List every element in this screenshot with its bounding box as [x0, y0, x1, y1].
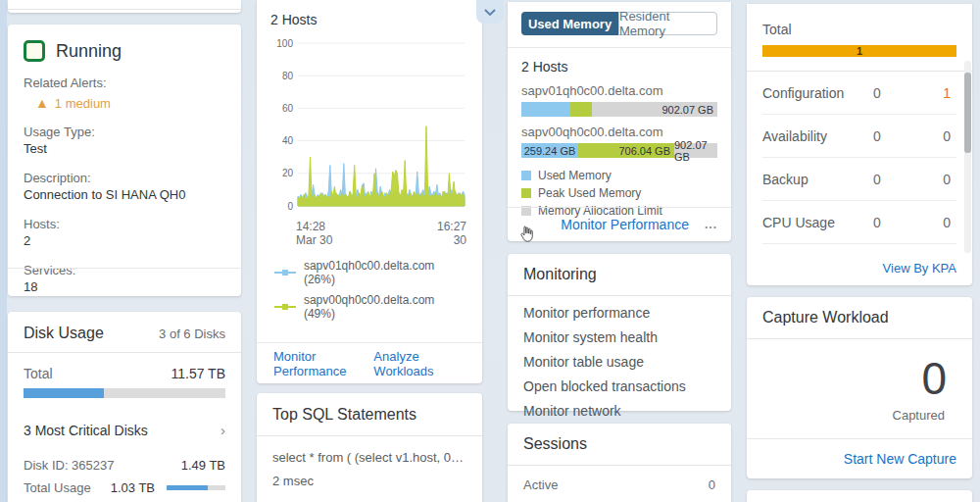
usage-row-bar-fill: [167, 485, 208, 490]
kpa-row-value2: 0: [906, 215, 956, 230]
hosts-label: Hosts:: [24, 216, 225, 232]
overflow-menu-icon[interactable]: ...: [705, 218, 717, 231]
usage-type-value: Test: [24, 140, 225, 157]
monitor-performance-link[interactable]: Monitor Performance: [561, 217, 689, 232]
peak-memory-segment: 706.04 GB: [578, 143, 674, 158]
critical-disks-link[interactable]: 3 Most Critical Disks ›: [24, 422, 225, 438]
svg-text:40: 40: [282, 135, 294, 146]
capture-card-footer: Start New Capture: [747, 438, 972, 478]
tab-used-memory[interactable]: Used Memory: [521, 12, 618, 35]
start-new-capture-link[interactable]: Start New Capture: [844, 451, 956, 467]
memory-host-name: sapv01qh0c00.delta.com: [521, 83, 717, 98]
disk-usage-row: Total Usage 1.03 TB: [24, 480, 225, 495]
chart-legend: sapv01qh0c00.delta.com (26%) sapv00qh0c0…: [274, 259, 468, 321]
divider: [508, 295, 731, 296]
divider: [508, 47, 731, 48]
sql-duration: 2 msec: [272, 474, 466, 488]
used-memory-segment: [521, 102, 570, 117]
memory-limit-segment: 902.07 GB: [592, 102, 717, 117]
tab-resident-memory[interactable]: Resident Memory: [618, 12, 717, 35]
divider: [257, 435, 482, 436]
usage-row-bar: [167, 485, 225, 490]
kpa-row-value1: 0: [849, 215, 906, 230]
x-start-time: 14:28: [296, 220, 332, 233]
svg-text:0: 0: [287, 201, 293, 212]
kpa-row-label: Availability: [762, 128, 849, 144]
related-alerts-label: Related Alerts:: [24, 75, 225, 91]
monitor-performance-link[interactable]: Monitor Performance: [273, 349, 373, 378]
kpa-row-value1: 0: [849, 128, 906, 144]
open-blocked-transactions-item[interactable]: Open blocked transactions: [523, 378, 715, 394]
legend-swatch-used: [521, 171, 531, 180]
used-memory-segment: 259.24 GB: [521, 143, 578, 158]
cpu-chart-card: 2 Hosts 020406080100 14:28 Mar 30 16:27 …: [257, 0, 482, 383]
monitor-performance-item[interactable]: Monitor performance: [523, 305, 715, 321]
memory-host-name: sapv00qh0c00.delta.com: [521, 125, 717, 139]
sql-statement[interactable]: select * from ( (select v1.host, 0 usage…: [272, 450, 466, 465]
monitor-network-item[interactable]: Monitor network: [523, 403, 715, 419]
kpa-row-availability[interactable]: Availability 0 0: [762, 115, 956, 158]
legend-item: sapv00qh0c00.delta.com (49%): [274, 293, 468, 321]
kpa-row-label: CPU Usage: [762, 215, 849, 230]
page-left-margin: [0, 0, 7, 502]
chart-title: 2 Hosts: [270, 12, 468, 27]
disk-usage-card: Disk Usage 3 of 6 Disks Total 11.57 TB 3…: [8, 312, 241, 502]
legend-label: Used Memory: [538, 169, 612, 182]
card-footer: [8, 268, 241, 296]
kpa-row-value1: 0: [849, 85, 906, 101]
memory-hosts-count: 2 Hosts: [521, 59, 717, 75]
kpa-total-bar: 1: [762, 45, 956, 57]
capture-title: Capture Workload: [762, 309, 956, 326]
memory-toggle: Used Memory Resident Memory: [521, 12, 717, 35]
kpa-row-backup[interactable]: Backup 0 0: [762, 158, 956, 201]
monitor-table-usage-item[interactable]: Monitor table usage: [523, 354, 715, 370]
legend-marker-blue: [274, 272, 296, 274]
collapse-tab[interactable]: [476, 0, 504, 24]
disk-id-label: Disk ID: 365237: [24, 458, 115, 473]
sessions-active-row: Active 0: [523, 477, 715, 492]
memory-bar: 902.07 GB: [521, 102, 717, 117]
scrollbar-thumb[interactable]: [964, 73, 971, 153]
capture-workload-card: Capture Workload 0 Captured Start New Ca…: [747, 297, 972, 478]
svg-text:80: 80: [282, 71, 294, 81]
kpa-row-value1: 0: [849, 172, 906, 187]
running-status-icon: [24, 40, 45, 62]
legend-swatch-peak: [521, 188, 531, 198]
kpa-row-value2: 0: [906, 128, 956, 144]
peak-memory-segment: [570, 102, 592, 117]
usage-row-value: 1.03 TB: [98, 480, 155, 495]
sql-card-title: Top SQL Statements: [272, 406, 466, 424]
divider: [508, 465, 731, 466]
view-by-kpa-link[interactable]: View By KPA: [883, 261, 956, 276]
svg-text:20: 20: [282, 168, 294, 178]
legend-item: sapv01qh0c00.delta.com (26%): [274, 259, 468, 286]
kpa-total-label: Total: [762, 22, 956, 37]
critical-disks-label: 3 Most Critical Disks: [24, 423, 148, 438]
disk-total-bar-fill: [24, 388, 104, 398]
disk-card-title: Disk Usage: [24, 325, 104, 342]
kpa-row-cpu-usage[interactable]: CPU Usage 0 0: [762, 201, 956, 244]
status-header: Running: [24, 40, 225, 62]
active-value: 0: [709, 477, 715, 492]
divider: [8, 9, 241, 10]
sessions-card: Sessions Active 0: [508, 424, 731, 502]
legend-label: sapv01qh0c00.delta.com (26%): [304, 259, 468, 286]
disk-total-bar: [24, 388, 225, 398]
chevron-right-icon: ›: [220, 422, 225, 438]
x-end: 16:27 30: [437, 220, 466, 247]
hosts-chart-svg: 020406080100: [270, 37, 468, 218]
next-card-remnant: [747, 490, 972, 502]
x-start-date: Mar 30: [296, 233, 332, 247]
warning-icon: ▲: [35, 95, 49, 111]
alert-badge[interactable]: ▲ 1 medium: [35, 95, 225, 111]
disk-total-label: Total: [24, 366, 53, 381]
active-label: Active: [523, 477, 558, 492]
monitor-system-health-item[interactable]: Monitor system health: [523, 329, 715, 345]
analyze-workloads-link[interactable]: Analyze Workloads: [373, 349, 466, 378]
chart-card-footer: Monitor Performance Analyze Workloads: [257, 342, 482, 383]
hosts-value: 2: [24, 232, 225, 249]
chevron-down-icon: [483, 8, 497, 17]
scrolled-card-remnant: [8, 0, 241, 13]
x-end-time: 16:27: [437, 220, 466, 233]
kpa-row-configuration[interactable]: Configuration 0 1: [762, 72, 956, 115]
